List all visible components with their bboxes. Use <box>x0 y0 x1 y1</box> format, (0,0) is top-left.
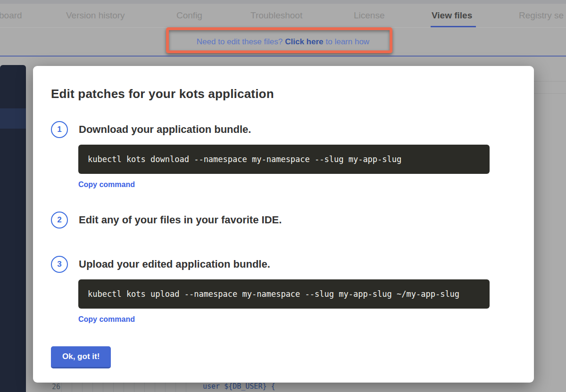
step-3-badge: 3 <box>51 256 68 273</box>
window-top-edge <box>0 0 566 4</box>
click-here-link[interactable]: Click here <box>285 37 323 47</box>
copy-download-command-link[interactable]: Copy command <box>78 180 135 189</box>
line-number: 26 <box>52 383 60 391</box>
screen: board Version history Config Troubleshoo… <box>0 0 566 392</box>
tab-license[interactable]: License <box>354 10 385 21</box>
file-viewer: 26 user ${DB_USER} { <box>26 382 566 392</box>
indent-guides <box>61 382 190 392</box>
step-1-badge: 1 <box>51 121 68 138</box>
edit-patches-modal: Edit patches for your kots application 1… <box>33 66 534 383</box>
step-1-heading: Download your application bundle. <box>79 123 251 136</box>
selected-file-row <box>0 108 26 129</box>
ok-got-it-button[interactable]: Ok, got it! <box>51 346 111 368</box>
upload-command-codeblock: kubectl kots upload --namespace my-names… <box>78 279 490 309</box>
active-tab-underline <box>431 26 476 27</box>
banner-text-suffix: to learn how <box>326 37 370 47</box>
app-nav-bar: board Version history Config Troubleshoo… <box>0 4 566 28</box>
step-3-heading: Upload your edited application bundle. <box>79 258 270 270</box>
step-3: 3 Upload your edited application bundle. <box>51 256 516 273</box>
download-command-codeblock: kubectl kots download --namespace my-nam… <box>78 145 490 174</box>
tab-registry-settings[interactable]: Registry se <box>519 10 564 21</box>
tab-troubleshoot[interactable]: Troubleshoot <box>250 10 302 21</box>
banner-text-prefix: Need to edit these files? <box>197 37 283 47</box>
step-2-heading: Edit any of your files in your favorite … <box>79 214 282 226</box>
code-line: user ${DB_USER} { <box>203 382 275 391</box>
background-row-divider <box>531 93 566 94</box>
tab-config[interactable]: Config <box>176 10 202 21</box>
copy-upload-command-link[interactable]: Copy command <box>78 315 135 324</box>
tab-dashboard[interactable]: board <box>0 10 22 21</box>
tab-version-history[interactable]: Version history <box>66 10 125 21</box>
tab-view-files[interactable]: View files <box>432 10 472 21</box>
step-1: 1 Download your application bundle. <box>51 121 516 138</box>
step-2-badge: 2 <box>51 212 68 229</box>
modal-title: Edit patches for your kots application <box>51 87 516 101</box>
background-row-divider <box>531 81 566 82</box>
edit-files-banner: Need to edit these files? Click here to … <box>0 28 566 57</box>
file-tree-sidebar <box>0 65 26 392</box>
step-2: 2 Edit any of your files in your favorit… <box>51 212 516 229</box>
